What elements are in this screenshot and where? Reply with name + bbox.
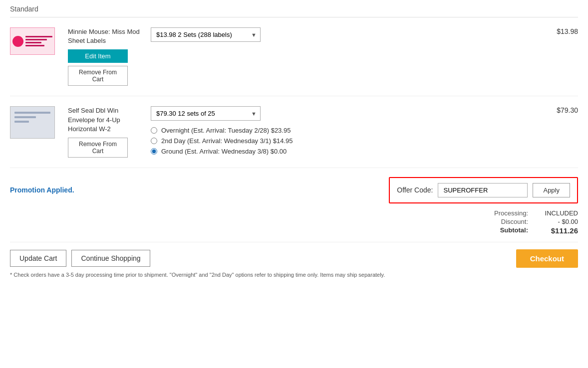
discount-label: Discount: <box>448 218 528 225</box>
item2-select-area: $79.30 12 sets of 25 $39.65 6 sets of 25… <box>151 106 530 155</box>
shipping-option-overnight[interactable]: Overnight (Est. Arrival: Tuesday 2/28) $… <box>151 127 530 134</box>
order-summary: Processing: INCLUDED Discount: - $0.00 S… <box>10 207 578 242</box>
action-left-buttons: Update Cart Continue Shopping <box>10 250 150 267</box>
promo-applied-text: Promotion Applied. <box>10 186 74 194</box>
shipping-option-ground[interactable]: Ground (Est. Arrival: Wednesday 3/8) $0.… <box>151 148 530 155</box>
env-line-2 <box>14 116 36 118</box>
subtotal-label: Subtotal: <box>448 226 528 235</box>
cart-item-2: Self Seal Dbl Win Envelope for 4-Up Hori… <box>10 96 578 168</box>
item2-name: Self Seal Dbl Win Envelope for 4-Up Hori… <box>68 106 143 134</box>
promo-row: Promotion Applied. Offer Code: Apply <box>10 168 578 207</box>
minnie-line1 <box>25 36 52 37</box>
shipping-option-2ndday[interactable]: 2nd Day (Est. Arrival: Wednesday 3/1) $1… <box>151 137 530 145</box>
item2-qty-select[interactable]: $79.30 12 sets of 25 $39.65 6 sets of 25 <box>151 106 261 121</box>
item1-info: Minnie Mouse: Miss Mod Sheet Labels Edit… <box>68 27 143 86</box>
minnie-icon <box>12 36 23 47</box>
minnie-line4 <box>25 45 44 46</box>
processing-row: Processing: INCLUDED <box>448 209 578 217</box>
env-line-1 <box>14 112 50 114</box>
checkout-button[interactable]: Checkout <box>516 249 578 268</box>
offer-code-label: Offer Code: <box>397 186 433 194</box>
apply-button[interactable]: Apply <box>533 183 570 197</box>
item1-price: $13.98 <box>538 27 578 35</box>
promo-applied-label: Promotion Applied. <box>10 186 74 194</box>
item2-qty-wrapper[interactable]: $79.30 12 sets of 25 $39.65 6 sets of 25… <box>151 106 261 121</box>
remove-from-cart-button-2[interactable]: Remove From Cart <box>68 138 128 158</box>
discount-value: - $0.00 <box>528 218 578 225</box>
remove-from-cart-button-1[interactable]: Remove From Cart <box>68 66 128 86</box>
item1-qty-select[interactable]: $13.98 2 Sets (288 labels) $6.99 1 Set (… <box>151 27 261 42</box>
continue-shopping-button[interactable]: Continue Shopping <box>71 250 150 267</box>
cart-item-1: Minnie Mouse: Miss Mod Sheet Labels Edit… <box>10 17 578 96</box>
item1-select-area: $13.98 2 Sets (288 labels) $6.99 1 Set (… <box>151 27 530 48</box>
envelope-image <box>10 106 55 139</box>
action-row: Update Cart Continue Shopping Checkout <box>10 242 578 272</box>
minnie-line2 <box>25 39 47 40</box>
edit-item-button[interactable]: Edit Item <box>68 49 128 63</box>
item1-name: Minnie Mouse: Miss Mod Sheet Labels <box>68 27 143 45</box>
item2-price: $79.30 <box>538 106 578 114</box>
shipping-overnight-radio[interactable] <box>151 127 157 134</box>
processing-value: INCLUDED <box>528 209 578 217</box>
update-cart-button[interactable]: Update Cart <box>10 250 66 267</box>
shipping-2ndday-radio[interactable] <box>151 138 157 144</box>
offer-code-box: Offer Code: Apply <box>389 177 578 203</box>
disclaimer-text: * Check orders have a 3-5 day processing… <box>10 272 578 288</box>
processing-label: Processing: <box>448 209 528 217</box>
item1-thumbnail <box>10 27 60 55</box>
item1-qty-wrapper[interactable]: $13.98 2 Sets (288 labels) $6.99 1 Set (… <box>151 27 261 42</box>
shipping-options: Overnight (Est. Arrival: Tuesday 2/28) $… <box>151 127 530 155</box>
discount-row: Discount: - $0.00 <box>448 218 578 225</box>
minnie-line3 <box>25 42 41 43</box>
subtotal-value: $111.26 <box>528 226 578 235</box>
offer-code-input[interactable] <box>438 183 528 197</box>
item2-thumbnail <box>10 106 60 139</box>
shipping-ground-radio[interactable] <box>151 148 157 155</box>
subtotal-row: Subtotal: $111.26 <box>448 226 578 235</box>
item2-info: Self Seal Dbl Win Envelope for 4-Up Hori… <box>68 106 143 158</box>
env-line-3 <box>14 121 29 123</box>
minnie-text-lines <box>25 36 52 46</box>
shipping-ground-label: Ground (Est. Arrival: Wednesday 3/8) $0.… <box>161 148 287 155</box>
shipping-overnight-label: Overnight (Est. Arrival: Tuesday 2/28) $… <box>161 127 291 134</box>
standard-label: Standard <box>10 0 578 17</box>
shipping-2ndday-label: 2nd Day (Est. Arrival: Wednesday 3/1) $1… <box>161 137 293 145</box>
